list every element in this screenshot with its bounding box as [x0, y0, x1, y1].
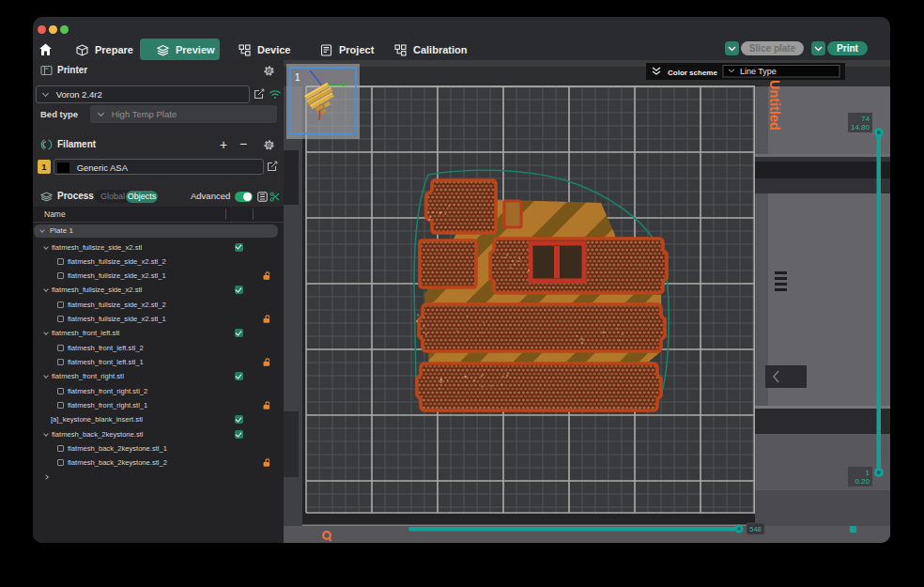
- svg-text:0.20: 0.20: [855, 477, 870, 486]
- svg-text:Untitled: Untitled: [767, 80, 782, 131]
- svg-text:Line Type: Line Type: [740, 67, 777, 76]
- svg-text:548: 548: [749, 525, 762, 533]
- svg-text:1: 1: [866, 469, 870, 477]
- svg-text:74: 74: [861, 115, 870, 123]
- svg-text:14.80: 14.80: [851, 123, 870, 131]
- svg-text:1: 1: [295, 72, 300, 83]
- svg-text:Color scheme: Color scheme: [668, 69, 717, 77]
